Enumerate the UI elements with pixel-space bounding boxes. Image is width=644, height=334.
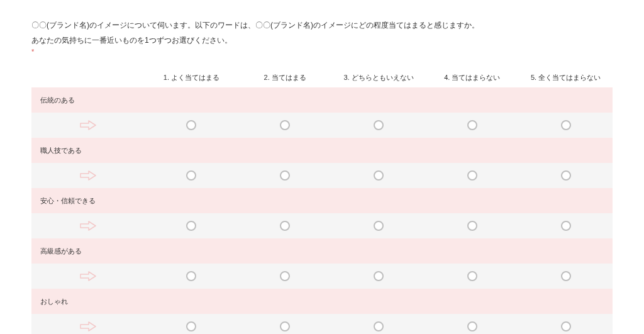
arrow-cell (31, 120, 145, 131)
radio-option[interactable] (467, 271, 477, 281)
radio-option[interactable] (467, 120, 477, 130)
radio-option[interactable] (186, 271, 196, 281)
row-radios (31, 314, 613, 334)
radio-cell (145, 321, 238, 331)
radio-option[interactable] (280, 321, 290, 331)
row-label: 伝統のある (31, 87, 613, 113)
radio-cell (238, 321, 332, 331)
radio-cell (238, 271, 332, 281)
radio-option[interactable] (186, 321, 196, 331)
radio-option[interactable] (561, 271, 571, 281)
radio-option[interactable] (374, 221, 384, 231)
row-label-text: 職人技である (31, 146, 145, 155)
question-line-1: 〇〇(ブランド名)のイメージについて伺います。以下のワードは、〇〇(ブランド名)… (31, 19, 613, 33)
radio-cell (238, 170, 332, 181)
radio-cell (425, 170, 519, 181)
arrow-right-icon (80, 170, 96, 181)
survey-page: 〇〇(ブランド名)のイメージについて伺います。以下のワードは、〇〇(ブランド名)… (0, 0, 644, 334)
row-label-text: おしゃれ (31, 297, 145, 306)
radio-option[interactable] (561, 321, 571, 331)
radio-option[interactable] (467, 170, 477, 181)
column-header: 5. 全く当てはまらない (519, 73, 613, 82)
radio-cell (425, 221, 519, 231)
radio-cell (332, 170, 426, 181)
radio-cell (145, 120, 238, 130)
row-label: 職人技である (31, 138, 613, 163)
radio-cell (238, 120, 332, 130)
row-label: 安心・信頼できる (31, 188, 613, 213)
arrow-cell (31, 170, 145, 181)
radio-option[interactable] (186, 120, 196, 130)
row-radios (31, 213, 613, 238)
column-header: 2. 当てはまる (238, 73, 332, 82)
required-mark: * (31, 48, 613, 55)
arrow-right-icon (80, 321, 96, 332)
row-radios (31, 113, 613, 138)
radio-option[interactable] (467, 221, 477, 231)
radio-option[interactable] (374, 170, 384, 181)
radio-cell (519, 170, 613, 181)
matrix-header-row: 1. よく当てはまる 2. 当てはまる 3. どちらともいえない 4. 当てはま… (31, 68, 613, 87)
radio-cell (519, 221, 613, 231)
column-header: 3. どちらともいえない (332, 73, 426, 82)
arrow-cell (31, 220, 145, 231)
radio-cell (145, 271, 238, 281)
row-radios (31, 264, 613, 289)
radio-cell (332, 120, 426, 130)
row-label-text: 安心・信頼できる (31, 196, 145, 206)
arrow-cell (31, 270, 145, 282)
radio-option[interactable] (561, 120, 571, 130)
radio-option[interactable] (186, 170, 196, 181)
column-header: 4. 当てはまらない (425, 73, 519, 82)
radio-option[interactable] (280, 271, 290, 281)
row-label: おしゃれ (31, 289, 613, 314)
radio-option[interactable] (467, 321, 477, 331)
arrow-right-icon (80, 220, 96, 231)
radio-cell (425, 271, 519, 281)
radio-option[interactable] (374, 271, 384, 281)
arrow-cell (31, 321, 145, 332)
arrow-right-icon (80, 270, 96, 282)
column-header: 1. よく当てはまる (145, 73, 238, 82)
radio-cell (332, 271, 426, 281)
radio-option[interactable] (374, 120, 384, 130)
row-label: 高級感がある (31, 238, 613, 264)
arrow-right-icon (80, 120, 96, 131)
radio-option[interactable] (561, 170, 571, 181)
radio-option[interactable] (280, 120, 290, 130)
row-label-text: 高級感がある (31, 247, 145, 256)
radio-option[interactable] (186, 221, 196, 231)
radio-option[interactable] (374, 321, 384, 331)
radio-option[interactable] (280, 170, 290, 181)
radio-cell (519, 321, 613, 331)
matrix-grid: 1. よく当てはまる 2. 当てはまる 3. どちらともいえない 4. 当てはま… (31, 68, 613, 334)
radio-cell (425, 321, 519, 331)
radio-cell (519, 120, 613, 130)
radio-cell (519, 271, 613, 281)
radio-cell (425, 120, 519, 130)
question-line-2: あなたの気持ちに一番近いものを1つずつお選びください。 (31, 34, 613, 48)
radio-cell (238, 221, 332, 231)
row-label-text: 伝統のある (31, 96, 145, 105)
radio-cell (145, 170, 238, 181)
radio-option[interactable] (280, 221, 290, 231)
radio-cell (332, 321, 426, 331)
radio-option[interactable] (561, 221, 571, 231)
row-radios (31, 163, 613, 188)
radio-cell (145, 221, 238, 231)
radio-cell (332, 221, 426, 231)
